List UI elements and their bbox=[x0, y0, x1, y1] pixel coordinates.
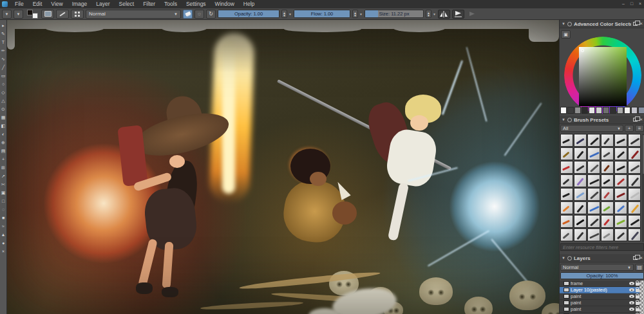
zoom-tool[interactable]: × bbox=[0, 247, 7, 255]
color-history-swatch[interactable] bbox=[610, 107, 616, 114]
brush-preset[interactable] bbox=[574, 134, 587, 147]
lock-icon[interactable] bbox=[636, 282, 639, 286]
menu-settings[interactable]: Settings bbox=[182, 0, 211, 8]
color-history-swatch[interactable] bbox=[603, 107, 609, 114]
brush-preset[interactable] bbox=[628, 174, 641, 187]
foreground-background-colors[interactable] bbox=[26, 9, 38, 19]
menu-image[interactable]: Image bbox=[68, 0, 92, 8]
polyline-tool[interactable]: △ bbox=[0, 97, 7, 105]
brush-preset[interactable] bbox=[628, 161, 641, 174]
brush-preset[interactable] bbox=[628, 228, 641, 241]
brush-preset[interactable] bbox=[574, 228, 587, 241]
brush-preset[interactable] bbox=[628, 188, 641, 201]
chevron-down-icon[interactable]: ▼ bbox=[562, 256, 565, 260]
brush-preset[interactable] bbox=[560, 215, 573, 228]
brush-preset[interactable] bbox=[560, 228, 573, 241]
brush-preset[interactable] bbox=[587, 147, 600, 160]
crop-tool[interactable]: ⊞ bbox=[0, 163, 7, 172]
polygon-tool[interactable]: ◇ bbox=[0, 88, 7, 97]
lock-icon[interactable] bbox=[636, 295, 639, 299]
layer-filter-button[interactable]: ▤ bbox=[635, 264, 644, 271]
visibility-eye-icon[interactable] bbox=[629, 301, 634, 304]
visibility-eye-icon[interactable] bbox=[629, 282, 634, 285]
brush-preset[interactable] bbox=[560, 147, 573, 160]
visibility-eye-icon[interactable] bbox=[629, 295, 634, 298]
reset-preset-button[interactable]: ↻ bbox=[206, 10, 216, 19]
edit-shapes-tool[interactable]: ✎ bbox=[0, 30, 7, 38]
lock-icon[interactable] bbox=[636, 302, 639, 305]
similar-select-tool[interactable]: ● bbox=[0, 239, 7, 247]
layer-opacity-slider[interactable]: Opacity: 100% bbox=[560, 272, 644, 279]
transform-tool[interactable]: ▸ bbox=[0, 21, 7, 30]
layer-row[interactable]: Layer 10(pasted)α bbox=[560, 287, 644, 293]
background-color-swatch[interactable] bbox=[32, 13, 38, 19]
brush-preset[interactable] bbox=[601, 174, 614, 187]
pattern-chooser-button[interactable]: ▼ bbox=[14, 10, 23, 19]
minimize-button[interactable]: – bbox=[621, 0, 626, 8]
calligraphy-tool[interactable]: ✏ bbox=[0, 46, 7, 55]
canvas[interactable] bbox=[7, 20, 559, 314]
menu-edit[interactable]: Edit bbox=[28, 0, 47, 8]
rectangular-select-tool[interactable]: □ bbox=[0, 197, 7, 205]
opacity-slider[interactable]: Opacity: 1.00 bbox=[218, 10, 279, 18]
chevron-down-icon[interactable]: ▼ bbox=[562, 22, 565, 26]
color-history-swatch[interactable] bbox=[624, 107, 630, 114]
brush-preset[interactable] bbox=[601, 228, 614, 241]
brush-preset[interactable] bbox=[614, 228, 627, 241]
opacity-spinner[interactable]: ▲▼ bbox=[281, 10, 287, 18]
color-history-swatch[interactable] bbox=[589, 107, 595, 114]
brush-preset[interactable] bbox=[587, 228, 600, 241]
brush-preset[interactable] bbox=[628, 147, 641, 160]
brush-preset[interactable] bbox=[601, 147, 614, 160]
freehand-select-tool[interactable]: ≈ bbox=[0, 222, 7, 230]
brush-preset[interactable] bbox=[587, 188, 600, 201]
brush-preset[interactable] bbox=[587, 174, 600, 187]
brush-preset[interactable] bbox=[614, 188, 627, 201]
blending-mode-select[interactable]: Normal ▼ bbox=[86, 10, 181, 19]
menu-select[interactable]: Select bbox=[115, 0, 139, 8]
layer-row[interactable]: paintα bbox=[560, 306, 644, 313]
brush-preset[interactable] bbox=[614, 201, 627, 214]
saturation-value-square[interactable] bbox=[579, 47, 627, 106]
brush-preset[interactable] bbox=[560, 188, 573, 201]
menu-filter[interactable]: Filter bbox=[138, 0, 160, 8]
pin-icon[interactable] bbox=[567, 256, 572, 261]
brush-preset[interactable] bbox=[601, 188, 614, 201]
brush-preset[interactable] bbox=[560, 201, 573, 214]
float-docker-icon[interactable] bbox=[633, 22, 638, 26]
menu-file[interactable]: File bbox=[10, 0, 28, 8]
menu-tools[interactable]: Tools bbox=[160, 0, 182, 8]
size-spinner[interactable]: ▲▼ bbox=[426, 10, 431, 18]
lock-icon[interactable] bbox=[636, 289, 639, 292]
visibility-eye-icon[interactable] bbox=[629, 288, 634, 291]
mirror-horizontal-button[interactable] bbox=[438, 10, 450, 19]
color-selector-settings-button[interactable]: ▣ bbox=[561, 30, 571, 39]
brush-preset[interactable] bbox=[614, 161, 627, 174]
maximize-button[interactable]: □ bbox=[629, 0, 634, 8]
menu-view[interactable]: View bbox=[46, 0, 67, 8]
brush-preset[interactable] bbox=[560, 134, 573, 147]
float-docker-icon[interactable] bbox=[633, 256, 638, 260]
brush-editor-button[interactable] bbox=[56, 10, 69, 19]
color-history-swatch[interactable] bbox=[574, 107, 581, 114]
brush-preset[interactable] bbox=[614, 174, 627, 187]
rectangle-tool[interactable]: ▭ bbox=[0, 71, 7, 80]
color-history-swatch[interactable] bbox=[638, 107, 644, 114]
contiguous-select-tool[interactable]: ▲ bbox=[0, 230, 7, 239]
brush-preset[interactable] bbox=[587, 134, 600, 147]
flow-slider[interactable]: Flow: 1.00 bbox=[294, 10, 350, 18]
brush-preset[interactable] bbox=[614, 134, 627, 147]
brush-preset[interactable] bbox=[574, 147, 587, 160]
fill-tool[interactable]: ◧ bbox=[0, 122, 7, 130]
line-tool[interactable]: ╱ bbox=[0, 63, 7, 71]
layer-blending-mode-select[interactable]: Normal ▼ bbox=[560, 264, 634, 271]
bezier-curve-tool[interactable]: ⊙ bbox=[0, 105, 7, 113]
brush-preset[interactable] bbox=[601, 161, 614, 174]
brush-preset[interactable] bbox=[628, 134, 641, 147]
menu-layer[interactable]: Layer bbox=[91, 0, 114, 8]
reference-images-tool[interactable]: ▣ bbox=[0, 189, 7, 197]
visibility-eye-icon[interactable] bbox=[629, 308, 634, 311]
brush-preset[interactable] bbox=[601, 215, 614, 228]
brush-preset[interactable] bbox=[574, 161, 587, 174]
brush-preset[interactable] bbox=[601, 134, 614, 147]
